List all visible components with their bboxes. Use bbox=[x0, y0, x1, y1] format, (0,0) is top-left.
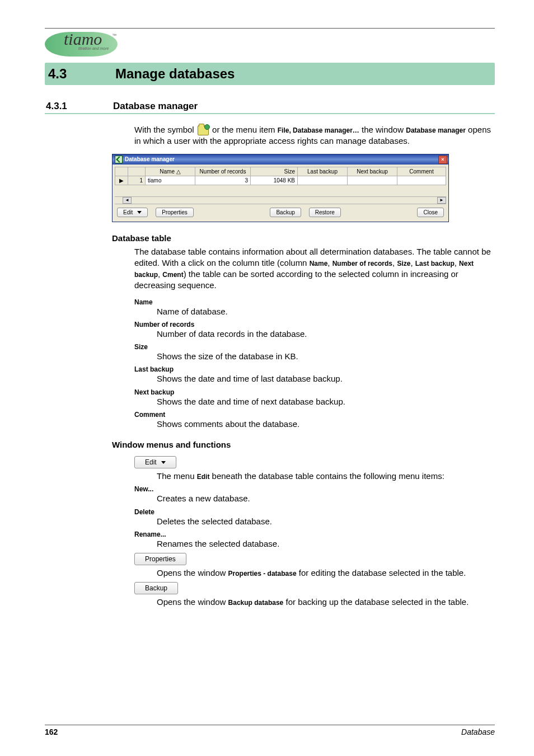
window-close-button[interactable]: × bbox=[438, 156, 447, 164]
window-icon bbox=[115, 156, 123, 163]
table-row[interactable]: ▶ 1 tiamo 3 1048 KB bbox=[115, 176, 446, 185]
row-index: 1 bbox=[128, 176, 146, 185]
logo-tagline: titration and more bbox=[78, 46, 109, 50]
properties-desc: Opens the window Properties - database f… bbox=[157, 567, 495, 579]
intro-paragraph: With the symbol or the menu item File, D… bbox=[134, 124, 495, 147]
database-table-heading: Database table bbox=[112, 233, 495, 243]
row-selected-marker: ▶ bbox=[115, 176, 128, 185]
col-name[interactable]: Name △ bbox=[146, 167, 195, 176]
properties-button-illustration: Properties bbox=[134, 553, 186, 565]
section-number: 4.3 bbox=[45, 66, 115, 82]
logo-text: tiamo bbox=[64, 30, 102, 49]
edit-menu-desc: The menu Edit beneath the database table… bbox=[157, 471, 495, 482]
cell-records: 3 bbox=[195, 176, 251, 185]
edit-button-illustration: Edit bbox=[134, 456, 176, 468]
cell-comment bbox=[397, 176, 446, 185]
footer-section: Database bbox=[461, 727, 495, 736]
def-last-body: Shows the date and time of last database… bbox=[157, 373, 495, 384]
database-table: Name △ Number of records Size Last backu… bbox=[115, 167, 446, 185]
col-last-backup[interactable]: Last backup bbox=[298, 167, 348, 176]
page-number: 162 bbox=[45, 727, 58, 736]
subsection-number: 4.3.1 bbox=[45, 101, 113, 112]
def-new-body: Creates a new database. bbox=[157, 493, 495, 504]
def-rename: Rename... bbox=[134, 530, 495, 538]
def-new: New... bbox=[134, 485, 495, 493]
def-comment: Comment bbox=[134, 411, 495, 419]
dropdown-indicator-icon bbox=[161, 461, 166, 464]
dropdown-indicator-icon bbox=[137, 211, 142, 214]
col-next-backup[interactable]: Next backup bbox=[348, 167, 397, 176]
def-delete: Delete bbox=[134, 508, 495, 516]
def-records-body: Number of data records in the database. bbox=[157, 328, 495, 340]
window-title: Database manager bbox=[125, 156, 175, 162]
def-name: Name bbox=[134, 298, 495, 306]
page-footer: 162 Database bbox=[45, 725, 495, 736]
database-table-desc: The database table contains information … bbox=[134, 246, 495, 292]
def-comment-body: Shows comments about the database. bbox=[157, 419, 495, 430]
col-marker bbox=[115, 167, 128, 176]
backup-button-illustration: Backup bbox=[134, 582, 178, 594]
def-rename-body: Renames the selected database. bbox=[157, 538, 495, 550]
col-size[interactable]: Size bbox=[251, 167, 298, 176]
def-next-body: Shows the date and time of next database… bbox=[157, 396, 495, 407]
col-rownum bbox=[128, 167, 146, 176]
def-next: Next backup bbox=[134, 388, 495, 396]
logo-trademark: ™ bbox=[112, 33, 116, 38]
def-records: Number of records bbox=[134, 321, 495, 328]
section-header: 4.3 Manage databases bbox=[45, 63, 495, 85]
window-titlebar: Database manager × bbox=[113, 154, 448, 165]
db-manager-window: Database manager × Name △ Number of reco… bbox=[112, 154, 449, 222]
subsection-title: Database manager bbox=[113, 101, 198, 112]
subsection-header: 4.3.1 Database manager bbox=[45, 101, 495, 114]
restore-button[interactable]: Restore bbox=[309, 208, 341, 217]
col-records[interactable]: Number of records bbox=[195, 167, 251, 176]
def-name-body: Name of database. bbox=[157, 306, 495, 317]
cell-last bbox=[298, 176, 348, 185]
backup-desc: Opens the window Backup database for bac… bbox=[157, 597, 495, 608]
horizontal-scrollbar[interactable]: ◄ ► bbox=[115, 196, 446, 204]
backup-button[interactable]: Backup bbox=[270, 208, 301, 217]
scroll-left-arrow[interactable]: ◄ bbox=[123, 197, 132, 204]
def-delete-body: Deletes the selected database. bbox=[157, 516, 495, 527]
cell-next bbox=[348, 176, 397, 185]
cell-name: tiamo bbox=[146, 176, 195, 185]
brand-logo: tiamo ™ titration and more bbox=[45, 31, 495, 56]
properties-button[interactable]: Properties bbox=[156, 208, 194, 217]
close-button[interactable]: Close bbox=[417, 208, 444, 217]
scroll-right-arrow[interactable]: ► bbox=[437, 197, 446, 204]
db-manager-icon bbox=[198, 125, 209, 135]
section-title: Manage databases bbox=[115, 66, 235, 82]
window-menus-heading: Window menus and functions bbox=[112, 440, 495, 449]
col-comment[interactable]: Comment bbox=[397, 167, 446, 176]
def-last: Last backup bbox=[134, 365, 495, 373]
def-size: Size bbox=[134, 343, 495, 351]
cell-size: 1048 KB bbox=[251, 176, 298, 185]
edit-menu-button[interactable]: Edit bbox=[117, 208, 148, 217]
def-size-body: Shows the size of the database in KB. bbox=[157, 351, 495, 362]
